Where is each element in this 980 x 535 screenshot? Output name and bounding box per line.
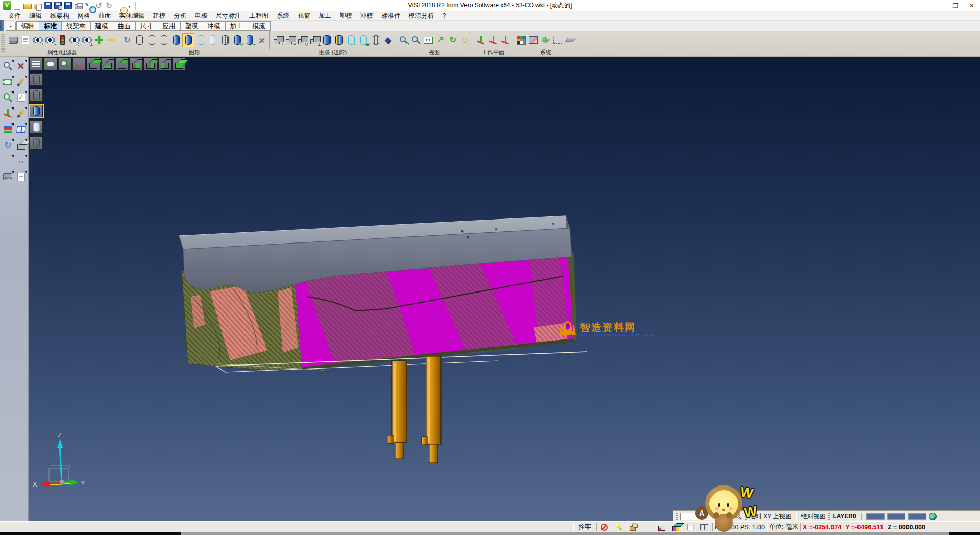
snap-toggle-icon[interactable] bbox=[599, 523, 610, 532]
view-menu-icon[interactable] bbox=[30, 58, 43, 70]
save-as-icon[interactable] bbox=[54, 1, 62, 10]
delete-entity-icon[interactable] bbox=[15, 60, 27, 72]
view-plane-icon[interactable] bbox=[44, 58, 57, 70]
menu-item[interactable]: 建模 bbox=[149, 11, 170, 21]
advanced-plus-minus-icon[interactable]: ± bbox=[308, 33, 321, 47]
undo-icon[interactable] bbox=[94, 1, 103, 10]
measure-distance-icon[interactable] bbox=[15, 155, 27, 167]
display-mesh-icon[interactable] bbox=[30, 136, 43, 149]
export-doc-icon[interactable] bbox=[15, 171, 27, 183]
save-file-icon[interactable] bbox=[43, 1, 52, 10]
print-icon[interactable] bbox=[74, 1, 83, 10]
mesh-solid-icon[interactable] bbox=[370, 33, 382, 47]
show-all-icon[interactable] bbox=[93, 33, 105, 47]
workplane-origin-icon[interactable] bbox=[475, 33, 487, 47]
menu-item[interactable]: 工程图 bbox=[246, 11, 273, 21]
import-file-icon[interactable] bbox=[33, 1, 42, 10]
hidden-line-icon[interactable] bbox=[219, 33, 231, 47]
advanced-traffic-icon[interactable]: ● bbox=[284, 33, 296, 47]
search-icon[interactable] bbox=[734, 513, 740, 518]
filter-plus-minus-icon[interactable]: ± bbox=[81, 33, 93, 47]
view-front-icon[interactable] bbox=[130, 58, 143, 70]
strip-grip[interactable] bbox=[828, 513, 830, 520]
collar-tool-icon[interactable] bbox=[684, 523, 696, 532]
zoom-window-icon[interactable] bbox=[410, 33, 422, 47]
strip-grip[interactable] bbox=[676, 513, 678, 520]
lock-toggle[interactable]: 拴牢 bbox=[575, 523, 594, 531]
display-settings-icon[interactable] bbox=[256, 33, 268, 47]
workplane-align-icon[interactable] bbox=[487, 33, 499, 47]
display-hidden-line-icon[interactable] bbox=[30, 89, 43, 102]
slider-pin-1[interactable] bbox=[387, 361, 407, 459]
system-plane-icon[interactable] bbox=[564, 33, 576, 47]
system-colors-icon[interactable] bbox=[515, 33, 527, 47]
model-canvas[interactable]: Z X Y bbox=[29, 57, 980, 521]
window-split-icon[interactable] bbox=[699, 523, 710, 532]
new-document-icon[interactable] bbox=[13, 1, 21, 10]
strip-grip[interactable] bbox=[745, 513, 747, 520]
tab-标准[interactable]: 标准 bbox=[39, 21, 62, 31]
tab-dropdown-button[interactable]: ▼ bbox=[6, 22, 16, 31]
tab-建模[interactable]: 建模 bbox=[90, 21, 113, 31]
menu-item[interactable]: ? bbox=[438, 12, 450, 20]
globe-icon[interactable] bbox=[929, 513, 937, 520]
tab-塑膜[interactable]: 塑膜 bbox=[180, 21, 203, 31]
menu-item[interactable]: 加工 bbox=[314, 11, 335, 21]
viewport-3d[interactable]: Z X Y 智造资料网 INTELLIGENT MANUFACTURING DA… bbox=[29, 57, 980, 521]
view-rotate-icon[interactable] bbox=[2, 139, 14, 151]
tab-曲面[interactable]: 曲面 bbox=[113, 21, 136, 31]
view-absolute[interactable]: 绝对视图 bbox=[801, 512, 825, 521]
view-bottom-icon[interactable] bbox=[101, 58, 114, 70]
cube-orient-icon[interactable] bbox=[656, 523, 667, 532]
swatch-button-2[interactable] bbox=[887, 513, 905, 520]
tab-冲模[interactable]: 冲模 bbox=[203, 21, 226, 31]
system-config-icon[interactable] bbox=[540, 33, 552, 47]
display-shaded-icon[interactable] bbox=[30, 105, 43, 117]
view-reference[interactable]: 绝对 XY 上视图 bbox=[749, 512, 791, 521]
wireframe-2-icon[interactable] bbox=[145, 33, 158, 47]
filter-add-icon[interactable]: + bbox=[32, 33, 44, 47]
pan-view-icon[interactable] bbox=[434, 33, 447, 47]
save-all-icon[interactable] bbox=[64, 1, 72, 10]
filter-remove-icon[interactable]: − bbox=[44, 33, 56, 47]
tab-尺寸[interactable]: 尺寸 bbox=[135, 21, 158, 31]
attribute-page-icon[interactable] bbox=[19, 33, 32, 47]
validate-solid-icon[interactable]: ✓ bbox=[345, 33, 357, 47]
attribute-paint-icon[interactable] bbox=[7, 33, 19, 47]
menu-item[interactable]: 编辑 bbox=[25, 11, 46, 21]
layer-palette-icon[interactable] bbox=[2, 123, 14, 135]
menu-item[interactable]: 电极 bbox=[191, 11, 212, 21]
solid-cube-icon[interactable] bbox=[15, 139, 27, 151]
display-ghost-icon[interactable] bbox=[30, 120, 43, 133]
redo-icon[interactable] bbox=[105, 1, 113, 10]
search-input[interactable] bbox=[680, 513, 731, 520]
view-zoom-icon[interactable] bbox=[58, 58, 71, 70]
ribbon-grip[interactable] bbox=[1, 34, 5, 53]
restore-button[interactable]: ❐ bbox=[947, 1, 964, 11]
menu-item[interactable]: 文件 bbox=[4, 11, 25, 21]
tab-编辑[interactable]: 编辑 bbox=[16, 21, 39, 31]
hatch-style-icon[interactable] bbox=[2, 171, 14, 183]
dock-grip[interactable] bbox=[0, 20, 4, 31]
system-grid-icon[interactable] bbox=[552, 33, 564, 47]
transparent-display-icon[interactable] bbox=[194, 33, 207, 47]
menu-item[interactable]: 系统 bbox=[273, 11, 293, 21]
menu-item[interactable]: 冲模 bbox=[356, 11, 377, 21]
shaded-icon[interactable] bbox=[170, 33, 182, 47]
menu-item[interactable]: 标准件 bbox=[377, 11, 405, 21]
slider-pin-2[interactable] bbox=[422, 356, 441, 463]
gem-display-icon[interactable] bbox=[382, 33, 394, 47]
curve-edit-icon[interactable] bbox=[15, 107, 27, 119]
swatch-button-1[interactable] bbox=[866, 513, 885, 520]
regen-display-icon[interactable]: ↻ bbox=[231, 33, 243, 47]
barrel-striped-icon[interactable] bbox=[333, 33, 345, 47]
confirm-selection-icon[interactable] bbox=[15, 91, 27, 104]
open-file-icon[interactable] bbox=[23, 1, 32, 10]
menu-item[interactable]: 分析 bbox=[170, 11, 191, 21]
plane-select-icon[interactable] bbox=[2, 76, 14, 88]
menu-item[interactable]: 线架构 bbox=[46, 11, 74, 21]
cube-colors-icon[interactable] bbox=[670, 523, 681, 532]
redraw-icon[interactable] bbox=[121, 33, 133, 47]
tab-加工[interactable]: 加工 bbox=[225, 21, 248, 31]
zoom-actual-icon[interactable] bbox=[422, 33, 434, 47]
